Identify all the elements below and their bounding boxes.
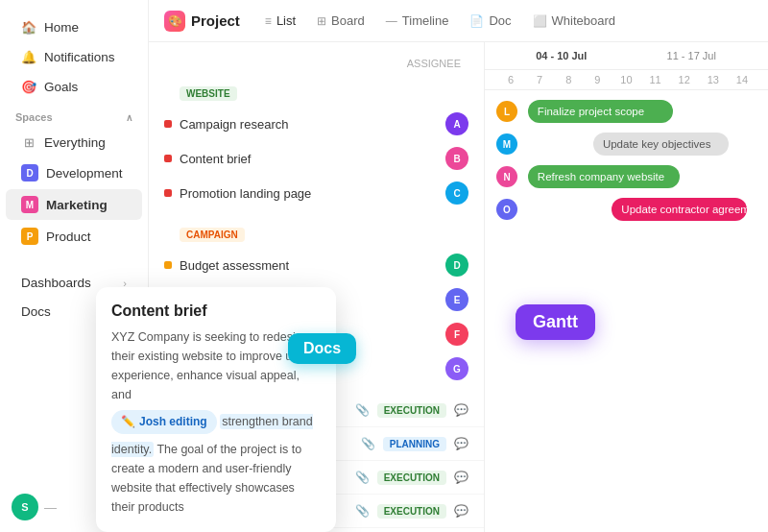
gantt-bar-row: M Update key objectives — [496, 131, 756, 157]
assignee-avatar: C — [445, 181, 468, 205]
sidebar-item-label: Product — [46, 230, 91, 244]
sidebar-item-label: Notifications — [44, 50, 115, 64]
user-avatar[interactable]: S — [12, 494, 38, 520]
status-badge: EXECUTION — [377, 403, 446, 418]
avatar-initial: D — [445, 254, 468, 277]
clip-icon: 📎 — [361, 437, 375, 450]
tab-list[interactable]: ≡ List — [255, 9, 305, 33]
chat-icon: 💬 — [454, 471, 468, 484]
sidebar-item-marketing[interactable]: M Marketing — [6, 189, 142, 220]
user-menu-dot[interactable]: — — [44, 500, 57, 515]
floating-docs-card: Content brief XYZ Company is seeking to … — [96, 287, 336, 532]
sidebar-item-everything[interactable]: ⊞ Everything — [6, 128, 142, 157]
gantt-date: 13 — [699, 74, 728, 85]
sidebar-item-development[interactable]: D Development — [6, 157, 142, 188]
spaces-section: Spaces ∧ — [0, 102, 148, 127]
gantt-avatar: L — [496, 101, 517, 122]
product-dot: P — [21, 228, 38, 245]
task-row[interactable]: Promotion landing page C — [149, 176, 484, 210]
timeline-icon: — — [386, 14, 397, 28]
task-dot — [164, 261, 172, 269]
list-header: ASSIGNEE — [149, 54, 484, 75]
tab-board[interactable]: ⊞ Board — [307, 9, 374, 33]
top-nav: 🎨 Project ≡ List ⊞ Board — Timeline 📄 Do… — [149, 0, 768, 42]
assignee-avatar: F — [445, 323, 468, 346]
assignee-avatar: G — [445, 357, 468, 380]
doc-icon: 📄 — [469, 14, 484, 28]
home-icon: 🏠 — [21, 19, 36, 35]
gantt-date: 10 — [612, 74, 640, 85]
board-icon: ⊞ — [317, 14, 326, 28]
sidebar-item-label: Marketing — [46, 198, 108, 212]
sidebar-item-goals[interactable]: 🎯 Goals — [6, 72, 142, 101]
development-dot: D — [21, 164, 38, 181]
sidebar-item-label: Home — [44, 20, 79, 35]
assignee-avatar: D — [445, 254, 468, 277]
gantt-avatar: O — [496, 199, 517, 220]
gantt-bar-label: Finalize project scope — [538, 106, 644, 117]
status-badge: PLANNING — [383, 437, 446, 451]
sidebar-item-product[interactable]: P Product — [6, 221, 142, 252]
task-label: Promotion landing page — [180, 186, 438, 201]
sidebar-item-label: Goals — [44, 80, 78, 94]
assignee-col-header: ASSIGNEE — [407, 58, 461, 69]
gantt-bar-website[interactable]: Refresh company website — [528, 165, 680, 188]
website-tag: WEBSITE — [180, 86, 237, 101]
tab-whiteboard[interactable]: ⬜ Whiteboard — [523, 9, 625, 33]
editing-user-label: Josh editing — [139, 413, 207, 431]
campaign-tag: CAMPAIGN — [180, 228, 245, 242]
tab-label: List — [276, 13, 296, 28]
gantt-bar-finalize[interactable]: Finalize project scope — [528, 100, 673, 123]
project-label: Project — [191, 12, 240, 29]
task-dot — [164, 189, 172, 197]
gantt-bar-contractor[interactable]: Update contractor agreement — [612, 198, 747, 221]
project-icon: 🎨 — [164, 11, 185, 32]
task-label: Campaign research — [180, 117, 438, 132]
tab-timeline[interactable]: — Timeline — [376, 9, 459, 33]
avatar-initial: G — [445, 357, 468, 380]
gantt-rows: L Finalize project scope M Update key ob… — [485, 90, 768, 230]
gantt-floating-label: Gantt — [516, 304, 595, 340]
clip-icon: 📎 — [355, 504, 370, 518]
task-label: Budget assessment — [180, 258, 438, 273]
project-title: 🎨 Project — [164, 11, 240, 32]
editing-badge: ✏️ Josh editing — [111, 410, 217, 434]
gantt-date: 6 — [496, 74, 525, 85]
gantt-avatar: M — [496, 133, 517, 155]
gantt-label-text: Gantt — [533, 312, 578, 331]
docs-label-text: Docs — [303, 340, 341, 356]
sidebar-item-notifications[interactable]: 🔔 Notifications — [6, 42, 142, 71]
sidebar-item-label: Dashboards — [21, 276, 91, 290]
gantt-date: 12 — [670, 74, 699, 85]
docs-text-1: XYZ Company is seeking to redesign their… — [111, 330, 309, 401]
status-badge: EXECUTION — [377, 504, 446, 519]
clip-icon: 📎 — [355, 471, 370, 484]
goals-icon: 🎯 — [21, 79, 36, 94]
grid-icon: ⊞ — [21, 134, 36, 150]
task-row[interactable]: Content brief B — [149, 141, 484, 176]
avatar-initial: F — [445, 323, 468, 346]
task-dot — [164, 155, 172, 162]
task-row[interactable]: Campaign research A — [149, 107, 484, 141]
gantt-bar-label: Update key objectives — [603, 138, 711, 150]
list-icon: ≡ — [265, 14, 272, 28]
status-badge: EXECUTION — [377, 471, 446, 485]
chat-icon: 💬 — [454, 504, 468, 518]
avatar-initial: A — [445, 112, 468, 135]
gantt-date: 9 — [583, 74, 612, 85]
task-row[interactable]: Budget assessment D — [149, 248, 484, 282]
whiteboard-icon: ⬜ — [533, 14, 547, 28]
gantt-bar-row: L Finalize project scope — [496, 98, 756, 125]
gantt-bar-label: Update contractor agreement — [621, 204, 765, 215]
gantt-date: 8 — [554, 74, 583, 85]
assignee-avatar: B — [445, 147, 468, 170]
tab-label: Doc — [489, 13, 511, 28]
sidebar-item-home[interactable]: 🏠 Home — [6, 12, 142, 41]
spaces-chevron[interactable]: ∧ — [126, 112, 132, 123]
assignee-avatar: E — [445, 288, 468, 311]
gantt-bar-row: O Update contractor agreement — [496, 196, 756, 223]
tab-doc[interactable]: 📄 Doc — [460, 9, 520, 33]
gantt-bar-objectives[interactable]: Update key objectives — [593, 133, 729, 156]
gantt-week-1: 04 - 10 Jul — [496, 50, 627, 61]
clip-icon: 📎 — [355, 403, 370, 417]
